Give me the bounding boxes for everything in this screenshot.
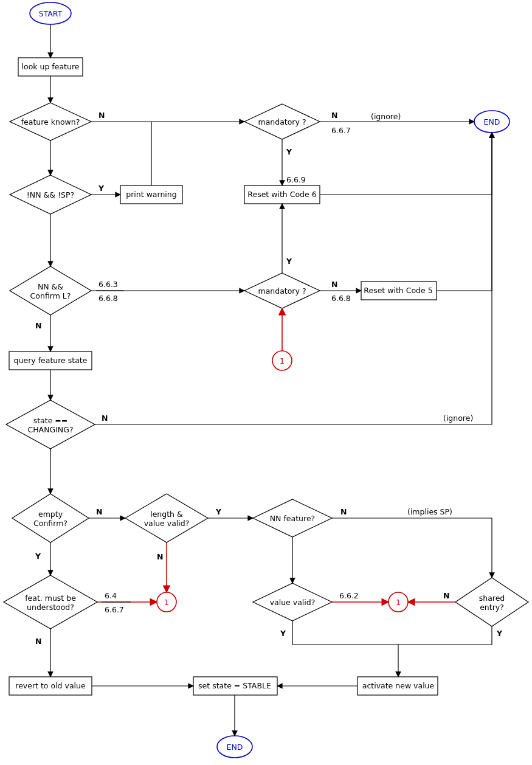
reset5-label: Reset with Code 5 xyxy=(364,286,432,295)
edge-emptycf-n: N xyxy=(96,507,102,516)
edge-valvalid-activate xyxy=(292,621,398,677)
state-changing-label2: CHANGING? xyxy=(27,425,73,434)
edge-mand2-668: 6.6.8 xyxy=(331,294,351,303)
nn-sp-diamond: !NN && !SP? xyxy=(10,175,91,214)
feat-must-label2: understood? xyxy=(27,603,74,612)
mandatory-top-label: mandatory ? xyxy=(258,117,306,126)
revert-label: revert to old value xyxy=(15,681,86,690)
start-node: START xyxy=(30,2,71,24)
edge-nnfeat-n: N xyxy=(340,507,347,516)
edge-featknown-n: N xyxy=(98,111,105,120)
connector-1-label: 1 xyxy=(280,356,285,365)
state-changing-label1: state == xyxy=(33,416,68,425)
activate-box: activate new value xyxy=(358,677,438,695)
setstable-box: set state = STABLE xyxy=(193,677,277,695)
end-top-label: END xyxy=(484,117,500,126)
value-valid-diamond: value valid? xyxy=(253,583,332,621)
feature-known-diamond: feature known? xyxy=(10,103,91,140)
shared-entry-diamond: shared entry? xyxy=(455,578,528,626)
state-changing-diamond: state == CHANGING? xyxy=(6,400,95,449)
queryfs-label: query feature state xyxy=(14,356,88,365)
edge-featmust-64: 6.4 xyxy=(105,591,117,600)
edge-nnconf-663: 6.6.3 xyxy=(98,280,118,289)
edge-shared-n: N xyxy=(443,591,449,600)
edge-emptycf-y: Y xyxy=(35,552,41,561)
edge-nnsp-y: Y xyxy=(98,184,105,193)
edge-featmust-n: N xyxy=(35,637,41,646)
edge-mand2-n: N xyxy=(331,280,337,289)
edge-statechg-n: N xyxy=(102,414,108,423)
edge-nnconf-668: 6.6.8 xyxy=(98,294,118,303)
edge-valvalid-662: 6.6.2 xyxy=(339,591,359,600)
shared-label1: shared xyxy=(479,594,505,603)
nn-sp-label: !NN && !SP? xyxy=(27,190,74,199)
mandatory-bottom-diamond: mandatory ? xyxy=(244,273,320,308)
reset5-box: Reset with Code 5 xyxy=(361,282,437,300)
end-top-node: END xyxy=(474,111,510,133)
revert-box: revert to old value xyxy=(9,677,92,695)
edge-mand1-ignore: (ignore) xyxy=(371,112,401,121)
edge-statechg-ignore: (ignore) xyxy=(443,414,473,423)
edge-shared-y: Y xyxy=(496,629,503,638)
queryfs-box: query feature state xyxy=(9,351,92,370)
edge-mand1-n: N xyxy=(331,111,337,120)
edge-mand1-ref: 6.6.7 xyxy=(331,126,351,135)
edge-reset5-end xyxy=(437,133,492,291)
edge-mand1-y: Y xyxy=(286,147,292,156)
nn-feature-diamond: NN feature? xyxy=(253,499,332,537)
edge-nnfeat-impliessp: (implies SP) xyxy=(407,507,452,516)
feature-known-label: feature known? xyxy=(21,117,80,126)
value-valid-label: value valid? xyxy=(270,598,316,607)
nn-confirml-diamond: NN && Confirm L? xyxy=(10,266,91,315)
edge-featmust-667: 6.6.7 xyxy=(105,605,124,614)
reset6-box: Reset with Code 6 xyxy=(244,185,320,204)
empty-confirm-diamond: empty Confirm? xyxy=(12,494,89,542)
feat-must-diamond: feat. must be understood? xyxy=(4,575,97,629)
edge-reset6-end xyxy=(320,133,492,195)
edge-valvalid-y: Y xyxy=(280,629,286,638)
connector-3-label: 1 xyxy=(396,598,401,607)
lookup-box: look up feature xyxy=(18,58,83,76)
feat-must-label1: feat. must be xyxy=(25,594,76,603)
connector-1-node: 1 xyxy=(272,351,292,370)
nn-confirml-label2: Confirm L? xyxy=(30,291,71,300)
lenval-diamond: length & value valid? xyxy=(125,494,208,542)
connector-2-label: 1 xyxy=(164,598,169,607)
edge-nnconf-n: N xyxy=(35,321,41,330)
reset6-label: Reset with Code 6 xyxy=(247,190,316,199)
connector-3-node: 1 xyxy=(389,592,408,612)
empty-confirm-label1: empty xyxy=(38,510,63,519)
start-label: START xyxy=(39,9,63,18)
edge-lenval-n: N xyxy=(157,552,163,561)
setstable-label: set state = STABLE xyxy=(198,681,271,690)
print-warning-box: print warning xyxy=(120,185,182,204)
edge-mand1-669: 6.6.9 xyxy=(286,175,306,184)
connector-2-node: 1 xyxy=(157,592,176,612)
empty-confirm-label2: Confirm? xyxy=(33,519,67,528)
edge-shared-activate xyxy=(398,626,492,645)
end-bottom-label: END xyxy=(227,742,243,752)
print-warning-label: print warning xyxy=(126,190,176,199)
edge-lenval-y: Y xyxy=(215,507,222,516)
end-bottom-node: END xyxy=(217,736,252,758)
edge-mand2-y: Y xyxy=(286,257,292,266)
nn-feature-label: NN feature? xyxy=(270,514,315,523)
mandatory-bottom-label: mandatory ? xyxy=(258,286,306,296)
lenval-label2: value valid? xyxy=(144,519,190,528)
nn-confirml-label1: NN && xyxy=(38,282,63,291)
shared-label2: entry? xyxy=(480,603,504,612)
edge-nnfeat-shared xyxy=(332,518,492,578)
lookup-label: look up feature xyxy=(22,62,80,71)
activate-label: activate new value xyxy=(362,681,435,690)
lenval-label1: length & xyxy=(150,510,183,519)
mandatory-top-diamond: mandatory ? xyxy=(244,104,320,139)
